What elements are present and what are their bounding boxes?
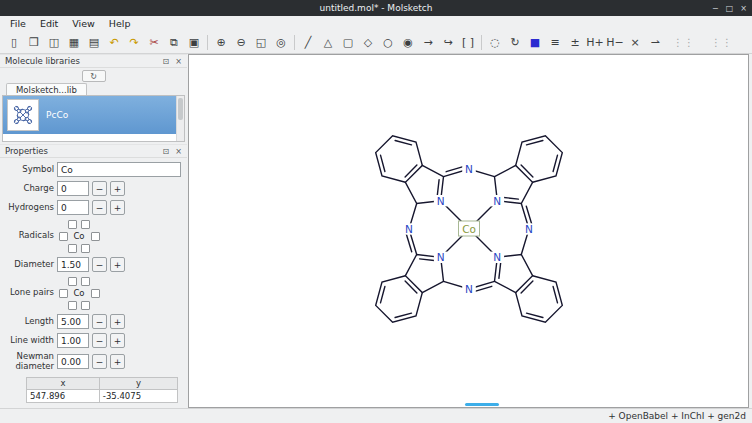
- newman-increment-button[interactable]: +: [110, 354, 125, 369]
- library-tab[interactable]: Molsketch...lib: [6, 83, 87, 95]
- hydrogen-remove-icon[interactable]: H−: [605, 33, 625, 52]
- library-list[interactable]: PcCo: [2, 95, 185, 142]
- radical-checkbox[interactable]: [68, 244, 77, 253]
- rotate-tool-icon[interactable]: ↻: [505, 33, 525, 52]
- coordinate-x-value[interactable]: 547.896: [27, 389, 100, 402]
- ring-square-tool-icon[interactable]: ▢: [338, 33, 358, 52]
- undo-icon[interactable]: ↶: [104, 33, 124, 52]
- zoom-fit-icon[interactable]: ◱: [251, 33, 271, 52]
- bracket-tool-icon[interactable]: [ ]: [458, 33, 478, 52]
- ring-triangle-tool-icon[interactable]: △: [318, 33, 338, 52]
- nitrogen-atom-label[interactable]: N: [436, 195, 444, 207]
- maximize-icon[interactable]: □: [726, 4, 734, 13]
- drawing-canvas[interactable]: N N N N N N N N Co: [188, 54, 749, 408]
- curved-arrow-tool-icon[interactable]: ↪: [438, 33, 458, 52]
- float-dock-icon[interactable]: ⊡: [163, 147, 170, 156]
- toolbar-grip[interactable]: ⋮⋮: [711, 37, 733, 48]
- libraries-dock-header[interactable]: Molecule libraries ⊡ ×: [0, 54, 187, 68]
- menu-edit[interactable]: Edit: [33, 17, 65, 30]
- library-item-pcco[interactable]: PcCo: [3, 96, 176, 134]
- lone-pair-checkbox[interactable]: [81, 301, 90, 310]
- close-icon[interactable]: ×: [740, 4, 747, 13]
- close-dock-icon[interactable]: ×: [175, 57, 182, 66]
- radical-checkbox[interactable]: [59, 232, 68, 241]
- length-increment-button[interactable]: +: [110, 314, 125, 329]
- properties-dock-header[interactable]: Properties ⊡ ×: [0, 144, 187, 158]
- line-width-icon[interactable]: ≡: [545, 33, 565, 52]
- radical-checkbox[interactable]: [91, 232, 100, 241]
- nitrogen-atom-label[interactable]: N: [493, 251, 501, 263]
- print-icon[interactable]: ▤: [84, 33, 104, 52]
- cut-icon[interactable]: ✂: [144, 33, 164, 52]
- hydrogens-field[interactable]: [57, 200, 89, 215]
- library-scrollbar-thumb[interactable]: [178, 98, 183, 120]
- zoom-out-icon[interactable]: ⊖: [231, 33, 251, 52]
- molecule-pcco[interactable]: N N N N N N N N Co: [319, 79, 619, 379]
- nitrogen-atom-label[interactable]: N: [525, 223, 533, 235]
- minimize-icon[interactable]: −: [712, 4, 719, 13]
- lone-pair-checkbox[interactable]: [59, 289, 68, 298]
- coordinate-row[interactable]: 547.896 -35.4075: [27, 389, 178, 402]
- export-image-icon[interactable]: ▦: [64, 33, 84, 52]
- ring-benzene-tool-icon[interactable]: ◉: [398, 33, 418, 52]
- nitrogen-atom-label[interactable]: N: [465, 163, 473, 175]
- save-icon[interactable]: ◫: [44, 33, 64, 52]
- cobalt-atom-label[interactable]: Co: [462, 223, 476, 235]
- nitrogen-atom-label[interactable]: N: [436, 251, 444, 263]
- diameter-field[interactable]: [57, 257, 89, 272]
- zoom-in-icon[interactable]: ⊕: [211, 33, 231, 52]
- canvas-hscrollbar[interactable]: [189, 401, 748, 407]
- line-width-field[interactable]: [57, 333, 89, 348]
- zoom-original-icon[interactable]: ◎: [271, 33, 291, 52]
- line-width-increment-button[interactable]: +: [110, 333, 125, 348]
- charge-field[interactable]: [57, 181, 89, 196]
- ring-pentagon-tool-icon[interactable]: ◇: [358, 33, 378, 52]
- charge-increment-button[interactable]: +: [110, 181, 125, 196]
- nitrogen-atom-label[interactable]: N: [493, 195, 501, 207]
- diameter-decrement-button[interactable]: −: [92, 257, 107, 272]
- color-swatch[interactable]: ■: [525, 33, 545, 52]
- draw-bond-tool-icon[interactable]: ╱: [298, 33, 318, 52]
- diameter-increment-button[interactable]: +: [110, 257, 125, 272]
- newman-diameter-field[interactable]: [57, 354, 89, 369]
- radical-checkbox[interactable]: [81, 244, 90, 253]
- new-file-icon[interactable]: ▯: [4, 33, 24, 52]
- library-refresh-button[interactable]: ↻: [82, 70, 106, 82]
- hydrogens-decrement-button[interactable]: −: [92, 200, 107, 215]
- menu-file[interactable]: File: [3, 17, 33, 30]
- canvas-hscrollbar-thumb[interactable]: [465, 403, 499, 406]
- mechanism-arrow-icon[interactable]: ⇀: [645, 33, 665, 52]
- lone-pair-checkbox[interactable]: [68, 301, 77, 310]
- copy-icon[interactable]: ⧉: [164, 33, 184, 52]
- paste-icon[interactable]: ▣: [184, 33, 204, 52]
- library-scrollbar[interactable]: [176, 96, 184, 141]
- charge-decrement-button[interactable]: −: [92, 181, 107, 196]
- charge-tool-icon[interactable]: ±: [565, 33, 585, 52]
- lone-pair-checkbox[interactable]: [68, 277, 77, 286]
- length-decrement-button[interactable]: −: [92, 314, 107, 329]
- close-dock-icon[interactable]: ×: [175, 147, 182, 156]
- radical-checkbox[interactable]: [68, 220, 77, 229]
- titlebar[interactable]: untitled.mol* - Molsketch − □ ×: [0, 0, 752, 16]
- open-file-icon[interactable]: ❒: [24, 33, 44, 52]
- nitrogen-atom-label[interactable]: N: [405, 223, 413, 235]
- menu-help[interactable]: Help: [102, 17, 138, 30]
- newman-decrement-button[interactable]: −: [92, 354, 107, 369]
- redo-icon[interactable]: ↷: [124, 33, 144, 52]
- line-width-decrement-button[interactable]: −: [92, 333, 107, 348]
- hydrogens-increment-button[interactable]: +: [110, 200, 125, 215]
- ring-hexagon-tool-icon[interactable]: ○: [378, 33, 398, 52]
- lone-pair-checkbox[interactable]: [81, 277, 90, 286]
- reaction-arrow-tool-icon[interactable]: →: [418, 33, 438, 52]
- length-field[interactable]: [57, 314, 89, 329]
- menu-view[interactable]: View: [65, 17, 102, 30]
- delete-tool-icon[interactable]: ×: [625, 33, 645, 52]
- symbol-field[interactable]: [57, 162, 181, 177]
- coordinate-y-value[interactable]: -35.4075: [99, 389, 177, 402]
- lasso-select-tool-icon[interactable]: ◌: [485, 33, 505, 52]
- float-dock-icon[interactable]: ⊡: [163, 57, 170, 66]
- hydrogen-add-icon[interactable]: H+: [585, 33, 605, 52]
- lone-pair-checkbox[interactable]: [91, 289, 100, 298]
- nitrogen-atom-label[interactable]: N: [465, 283, 473, 295]
- radical-checkbox[interactable]: [81, 220, 90, 229]
